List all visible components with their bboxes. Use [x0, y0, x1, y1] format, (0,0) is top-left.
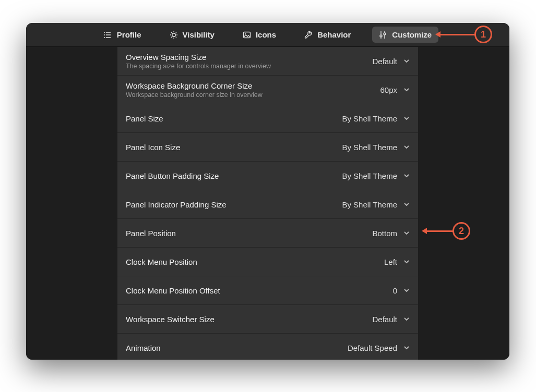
row-title: Panel Position [126, 229, 176, 238]
tab-visibility-label: Visibility [183, 30, 215, 39]
annotation-number: 1 [481, 29, 486, 40]
row-title: Clock Menu Position Offset [126, 286, 220, 295]
row-value: 60px [380, 85, 397, 94]
row-value: Left [384, 258, 397, 266]
tab-customize[interactable]: Customize [372, 27, 438, 43]
row-value: By Shell Theme [342, 200, 397, 209]
row-value: 0 [393, 286, 397, 295]
row-value: By Shell Theme [342, 143, 397, 152]
settings-window: Profile Visibility Icons Behavior [26, 23, 509, 360]
tab-icons[interactable]: Icons [236, 27, 283, 43]
row-title: Overview Spacing Size [126, 53, 271, 62]
svg-point-1 [104, 34, 105, 35]
row-panel-icon-size[interactable]: Panel Icon Size By Shell Theme [117, 133, 418, 162]
row-workspace-switcher-size[interactable]: Workspace Switcher Size Default [117, 305, 418, 334]
svg-point-5 [245, 33, 246, 34]
row-value: Bottom [372, 229, 397, 238]
row-value: By Shell Theme [342, 172, 397, 180]
row-subtitle: The spacing size for controls manager in… [126, 63, 271, 70]
row-title: Panel Icon Size [126, 143, 180, 152]
annotation-arrow [437, 34, 475, 35]
svg-rect-4 [243, 32, 250, 38]
row-animation[interactable]: Animation Default Speed [117, 334, 418, 360]
chevron-down-icon [403, 85, 410, 94]
chevron-down-icon [403, 344, 410, 352]
row-panel-size[interactable]: Panel Size By Shell Theme [117, 104, 418, 133]
row-title: Panel Indicator Padding Size [126, 200, 227, 209]
row-panel-position[interactable]: Panel Position Bottom [117, 219, 418, 248]
row-clock-menu-position[interactable]: Clock Menu Position Left [117, 248, 418, 276]
svg-point-3 [172, 33, 175, 36]
row-title: Workspace Background Corner Size [126, 81, 263, 90]
row-overview-spacing-size[interactable]: Overview Spacing Size The spacing size f… [117, 47, 418, 76]
row-value: Default Speed [348, 344, 397, 352]
row-value: Default [372, 315, 397, 324]
chevron-down-icon [403, 57, 410, 66]
chevron-down-icon [403, 114, 410, 123]
tab-profile[interactable]: Profile [97, 27, 148, 43]
annotation-badge: 1 [474, 26, 492, 43]
image-icon [243, 31, 251, 39]
chevron-down-icon [403, 315, 410, 324]
chevron-down-icon [403, 229, 410, 238]
tab-customize-label: Customize [392, 30, 432, 39]
row-panel-button-padding-size[interactable]: Panel Button Padding Size By Shell Theme [117, 162, 418, 190]
annotation-arrow [424, 230, 453, 232]
chevron-down-icon [403, 258, 410, 266]
row-value: By Shell Theme [342, 114, 397, 123]
tab-behavior-label: Behavior [317, 30, 351, 39]
wrench-icon [304, 31, 313, 39]
annotation-badge: 2 [452, 222, 470, 240]
chevron-down-icon [403, 286, 410, 295]
annotation-callout-2: 2 [424, 222, 470, 240]
tab-visibility[interactable]: Visibility [163, 27, 221, 43]
sun-icon [170, 31, 178, 39]
content-area: Overview Spacing Size The spacing size f… [26, 47, 509, 360]
row-value: Default [372, 57, 397, 66]
settings-list: Overview Spacing Size The spacing size f… [117, 47, 418, 360]
chevron-down-icon [403, 172, 410, 180]
sliders-icon [379, 31, 387, 39]
tab-profile-label: Profile [117, 30, 141, 39]
annotation-number: 2 [459, 226, 464, 237]
tab-behavior[interactable]: Behavior [297, 27, 358, 43]
tab-icons-label: Icons [256, 30, 276, 39]
svg-point-0 [104, 32, 105, 33]
annotation-callout-1: 1 [437, 26, 492, 43]
row-subtitle: Workspace background corner size in over… [126, 91, 263, 99]
row-clock-menu-position-offset[interactable]: Clock Menu Position Offset 0 [117, 276, 418, 305]
chevron-down-icon [403, 143, 410, 152]
row-title: Clock Menu Position [126, 258, 197, 266]
row-workspace-bg-corner-size[interactable]: Workspace Background Corner Size Workspa… [117, 76, 418, 104]
chevron-down-icon [403, 200, 410, 209]
row-title: Animation [126, 344, 161, 352]
row-title: Panel Button Padding Size [126, 172, 219, 180]
row-title: Panel Size [126, 114, 163, 123]
svg-point-2 [104, 37, 105, 38]
row-title: Workspace Switcher Size [126, 315, 215, 324]
list-icon [104, 31, 112, 39]
row-panel-indicator-padding-size[interactable]: Panel Indicator Padding Size By Shell Th… [117, 190, 418, 219]
